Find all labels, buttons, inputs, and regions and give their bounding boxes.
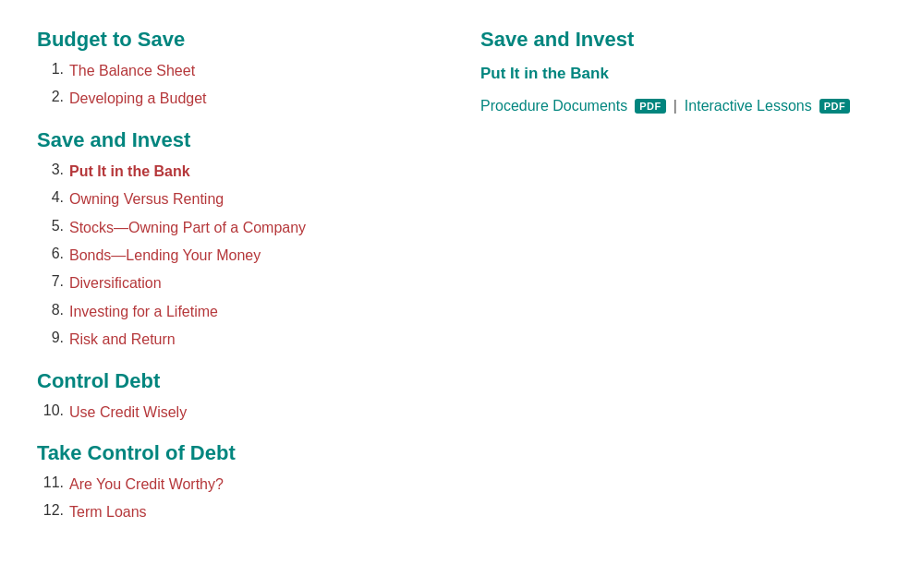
- section-heading-take-control-of-debt: Take Control of Debt: [37, 441, 443, 465]
- list-control-debt: 10.Use Credit Wisely: [37, 402, 443, 423]
- list-item: 12.Term Loans: [37, 502, 443, 522]
- list-item: 2.Developing a Budget: [37, 89, 443, 109]
- list-item: 4.Owning Versus Renting: [37, 189, 443, 210]
- list-link[interactable]: The Balance Sheet: [69, 61, 195, 81]
- list-item: 9.Risk and Return: [37, 330, 443, 350]
- list-link[interactable]: Risk and Return: [69, 330, 176, 350]
- list-number: 2.: [37, 89, 69, 105]
- procedure-row: Procedure Documents PDF | Interactive Le…: [480, 98, 873, 114]
- list-item: 10.Use Credit Wisely: [37, 402, 443, 423]
- pipe-separator: |: [673, 98, 677, 114]
- right-column: Save and Invest Put It in the Bank Proce…: [462, 28, 873, 533]
- list-number: 12.: [37, 502, 69, 519]
- list-link[interactable]: Term Loans: [69, 502, 147, 522]
- list-take-control-of-debt: 11.Are You Credit Worthy?12.Term Loans: [37, 474, 443, 523]
- list-link[interactable]: Stocks—Owning Part of a Company: [69, 218, 306, 238]
- list-link[interactable]: Owning Versus Renting: [69, 189, 224, 210]
- list-number: 5.: [37, 218, 69, 234]
- list-number: 11.: [37, 474, 69, 491]
- section-heading-budget-to-save: Budget to Save: [37, 28, 443, 52]
- right-sub-heading: Put It in the Bank: [480, 65, 873, 83]
- list-save-and-invest: 3.Put It in the Bank4.Owning Versus Rent…: [37, 162, 443, 351]
- interactive-pdf-badge[interactable]: PDF: [819, 99, 851, 114]
- list-number: 9.: [37, 330, 69, 346]
- section-heading-save-and-invest: Save and Invest: [37, 128, 443, 152]
- list-item: 5.Stocks—Owning Part of a Company: [37, 218, 443, 238]
- list-number: 8.: [37, 302, 69, 318]
- page-container: Budget to Save1.The Balance Sheet2.Devel…: [0, 0, 910, 560]
- list-number: 3.: [37, 162, 69, 178]
- procedure-pdf-badge[interactable]: PDF: [635, 99, 666, 114]
- list-link[interactable]: Put It in the Bank: [69, 162, 190, 182]
- list-item: 8.Investing for a Lifetime: [37, 302, 443, 322]
- list-item: 11.Are You Credit Worthy?: [37, 474, 443, 495]
- right-section-heading: Save and Invest: [480, 28, 873, 52]
- left-column: Budget to Save1.The Balance Sheet2.Devel…: [37, 28, 462, 533]
- list-link[interactable]: Investing for a Lifetime: [69, 302, 218, 322]
- list-link[interactable]: Diversification: [69, 273, 162, 294]
- list-link[interactable]: Are You Credit Worthy?: [69, 474, 224, 495]
- list-item: 3.Put It in the Bank: [37, 162, 443, 182]
- list-number: 7.: [37, 273, 69, 290]
- list-item: 7.Diversification: [37, 273, 443, 294]
- list-item: 6.Bonds—Lending Your Money: [37, 246, 443, 266]
- section-heading-control-debt: Control Debt: [37, 369, 443, 393]
- list-budget-to-save: 1.The Balance Sheet2.Developing a Budget: [37, 61, 443, 110]
- interactive-lessons-label: Interactive Lessons: [685, 98, 812, 114]
- list-number: 10.: [37, 402, 69, 419]
- list-link[interactable]: Developing a Budget: [69, 89, 207, 109]
- procedure-documents-label: Procedure Documents: [480, 98, 627, 114]
- list-item: 1.The Balance Sheet: [37, 61, 443, 81]
- list-number: 6.: [37, 246, 69, 262]
- list-link[interactable]: Use Credit Wisely: [69, 402, 187, 423]
- list-link[interactable]: Bonds—Lending Your Money: [69, 246, 261, 266]
- list-number: 4.: [37, 189, 69, 206]
- list-number: 1.: [37, 61, 69, 78]
